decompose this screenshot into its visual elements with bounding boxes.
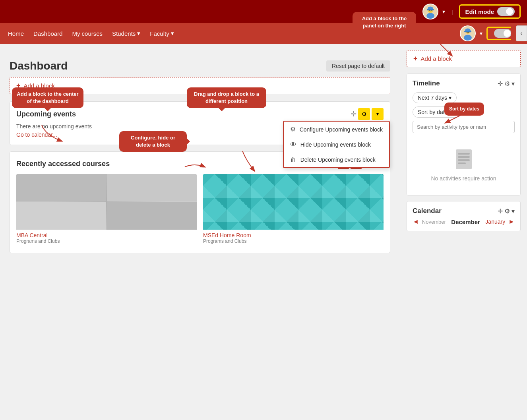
nav-students[interactable]: Students ▾ xyxy=(112,30,140,37)
no-activities-icon xyxy=(454,147,474,171)
course-cat-1: Programs and Clubs xyxy=(16,238,197,244)
page-title: Dashboard xyxy=(10,60,68,72)
hide-item[interactable]: 👁 Hide Upcoming events block xyxy=(284,137,389,152)
svg-point-12 xyxy=(464,35,472,41)
calendar-move-icon[interactable]: ✛ xyxy=(498,207,503,215)
sort-chevron-icon: ▾ xyxy=(452,109,455,115)
students-dropdown-icon: ▾ xyxy=(137,30,140,37)
avatar-chevron-icon[interactable]: ▾ xyxy=(442,8,445,15)
avatar-admin[interactable] xyxy=(422,4,438,19)
page-title-row: Dashboard Reset page to default xyxy=(10,60,390,72)
course-card-2: MSEd Home Room Programs and Clubs xyxy=(203,174,384,246)
upcoming-events-block: Upcoming events ✛ ⚙ ▾ ⚙ Configure Upcomi… xyxy=(10,101,390,145)
divider: | xyxy=(451,9,453,15)
upcoming-events-actions: ✛ ⚙ ▾ xyxy=(351,108,384,120)
avatar-nav-chevron-icon[interactable]: ▾ xyxy=(480,30,482,37)
course-info-1: MBA Central Programs and Clubs xyxy=(16,230,197,246)
edit-mode-toggle-nav[interactable] xyxy=(494,29,511,38)
reset-button[interactable]: Reset page to default xyxy=(326,60,390,72)
calendar-title: Calendar xyxy=(413,207,442,215)
no-activities-text: No activities require action xyxy=(431,175,496,182)
toggle-knob-admin xyxy=(506,8,513,15)
main-layout: Add a block to the center of the dashboa… xyxy=(0,44,527,420)
edit-mode-label-admin: Edit mode xyxy=(465,8,494,15)
gear-button[interactable]: ⚙ xyxy=(358,108,370,120)
svg-rect-14 xyxy=(458,153,470,155)
delete-icon: 🗑 xyxy=(290,156,296,163)
timeline-header: Timeline ✛ ⚙ ▾ xyxy=(413,79,515,87)
hide-icon: 👁 xyxy=(290,141,296,148)
edit-mode-toggle-admin[interactable] xyxy=(497,7,515,16)
svg-rect-16 xyxy=(458,159,470,161)
svg-rect-11 xyxy=(464,31,471,33)
calendar-header: Calendar ✛ ⚙ ▾ xyxy=(413,207,515,215)
recently-title: Recently accessed courses xyxy=(16,160,110,168)
edit-mode-box-admin: Edit mode xyxy=(459,4,521,19)
toggle-knob-nav xyxy=(504,30,511,37)
timeline-gear-icon[interactable]: ⚙ xyxy=(504,80,510,87)
plus-icon-right: + xyxy=(413,54,418,63)
timeline-actions: ✛ ⚙ ▾ xyxy=(498,80,515,87)
svg-rect-15 xyxy=(458,156,470,158)
upcoming-events-dropdown: ⚙ Configure Upcoming events block 👁 Hide… xyxy=(283,121,390,168)
right-sidebar: Add a block to the panel on the right + … xyxy=(400,44,527,420)
course-name-1[interactable]: MBA Central xyxy=(16,232,197,238)
admin-bar-inner: ▾ | Edit mode xyxy=(422,4,521,19)
add-block-center-button[interactable]: + Add a block xyxy=(10,77,390,94)
nav-bar: Home Dashboard My courses Students ▾ Fac… xyxy=(0,23,527,44)
chevron-button[interactable]: ▾ xyxy=(372,108,384,120)
next-days-chevron-icon: ▾ xyxy=(449,95,451,101)
nav-faculty[interactable]: Faculty ▾ xyxy=(150,30,174,37)
calendar-block: Calendar ✛ ⚙ ▾ ◄ November December Janua… xyxy=(407,201,521,231)
nav-links: Home Dashboard My courses Students ▾ Fac… xyxy=(8,30,460,37)
calendar-chevron-icon[interactable]: ▾ xyxy=(511,207,515,215)
move-icon[interactable]: ✛ xyxy=(351,110,356,118)
course-card-1: MBA Central Programs and Clubs xyxy=(16,174,197,246)
calendar-nav: ◄ November December January ► xyxy=(413,218,515,225)
courses-grid: MBA Central Programs and Clubs MSEd Home… xyxy=(16,174,384,246)
calendar-gear-icon[interactable]: ⚙ xyxy=(504,207,510,215)
svg-rect-17 xyxy=(458,163,466,164)
sort-by-dates-select[interactable]: Sort by dates ▾ xyxy=(413,106,460,118)
calendar-prev-month: November xyxy=(422,219,446,225)
sort-section: Sort by dates ▾ Sort by dates xyxy=(413,106,515,118)
sidebar-toggle[interactable]: ‹ xyxy=(516,25,527,41)
calendar-prev-arrow[interactable]: ◄ xyxy=(413,218,419,225)
calendar-next-arrow[interactable]: ► xyxy=(508,218,515,225)
svg-rect-6 xyxy=(427,9,434,11)
no-activities-area: No activities require action xyxy=(413,139,515,190)
faculty-dropdown-icon: ▾ xyxy=(171,30,174,37)
timeline-block: Timeline ✛ ⚙ ▾ Next 7 days ▾ Sort by dat… xyxy=(407,74,521,195)
upcoming-events-header: Upcoming events ✛ ⚙ ▾ xyxy=(16,108,384,120)
content-area: Add a block to the center of the dashboa… xyxy=(0,44,400,420)
configure-icon: ⚙ xyxy=(290,126,296,133)
calendar-actions: ✛ ⚙ ▾ xyxy=(498,207,515,215)
next-days-select[interactable]: Next 7 days ▾ xyxy=(413,92,457,103)
timeline-chevron-icon[interactable]: ▾ xyxy=(511,80,515,87)
nav-dashboard[interactable]: Dashboard xyxy=(33,30,62,37)
calendar-next-month[interactable]: January xyxy=(485,219,505,225)
course-name-2[interactable]: MSEd Home Room xyxy=(203,232,384,238)
nav-right: ▾ xyxy=(460,25,519,41)
timeline-title: Timeline xyxy=(413,79,440,87)
course-info-2: MSEd Home Room Programs and Clubs xyxy=(203,230,384,246)
course-thumb-gray xyxy=(16,174,197,230)
course-thumb-teal xyxy=(203,174,384,230)
avatar-nav[interactable] xyxy=(460,25,476,41)
add-block-right-button[interactable]: + Add a block xyxy=(407,50,521,67)
svg-point-2 xyxy=(426,13,434,19)
configure-item[interactable]: ⚙ Configure Upcoming events block xyxy=(284,122,389,137)
admin-bar: ▾ | Edit mode xyxy=(0,0,527,23)
course-cat-2: Programs and Clubs xyxy=(203,238,384,244)
go-to-calendar-link[interactable]: Go to calendar... xyxy=(16,132,57,138)
plus-icon: + xyxy=(16,81,21,90)
delete-item[interactable]: 🗑 Delete Upcoming events block xyxy=(284,152,389,167)
upcoming-events-title: Upcoming events xyxy=(16,110,76,118)
nav-my-courses[interactable]: My courses xyxy=(72,30,103,37)
timeline-move-icon[interactable]: ✛ xyxy=(498,80,503,87)
activity-search-input[interactable] xyxy=(413,121,515,133)
nav-home[interactable]: Home xyxy=(8,30,24,37)
calendar-current-month: December xyxy=(449,219,482,225)
